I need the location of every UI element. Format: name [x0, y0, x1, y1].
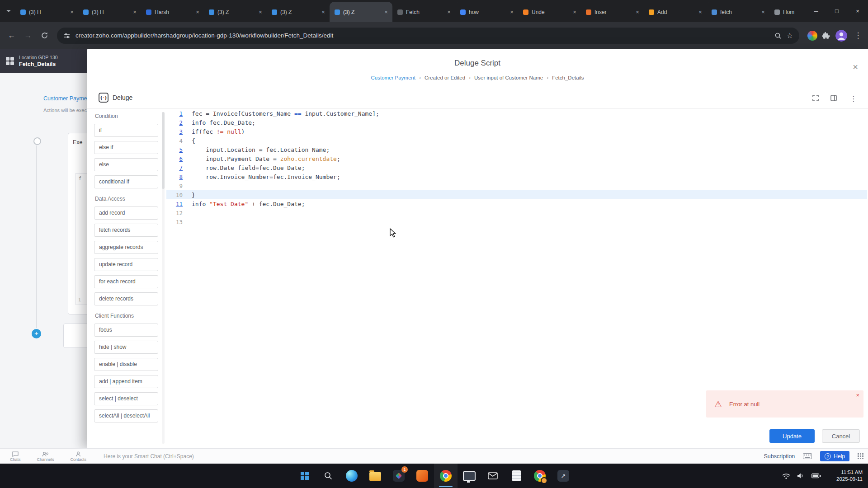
snippet-button[interactable]: update record: [94, 258, 158, 271]
browser-tab[interactable]: how×: [455, 2, 518, 22]
workflow-card-next[interactable]: [63, 324, 87, 348]
fullscreen-icon[interactable]: [812, 94, 819, 103]
battery-icon[interactable]: [811, 473, 821, 479]
line-number[interactable]: 6: [166, 155, 183, 162]
modal-close-icon[interactable]: ×: [853, 62, 858, 71]
extensions-icon[interactable]: [822, 32, 830, 40]
snippet-button[interactable]: for each record: [94, 275, 158, 288]
toast-close-icon[interactable]: ×: [856, 392, 859, 399]
window-maximize-button[interactable]: □: [826, 0, 847, 22]
update-button[interactable]: Update: [769, 429, 815, 443]
tab-search-chevron-icon[interactable]: [6, 10, 11, 14]
profile-avatar[interactable]: [835, 30, 847, 42]
line-number[interactable]: 2: [166, 119, 183, 126]
browser-tab[interactable]: (3) Z×: [267, 2, 330, 22]
tab-close-button[interactable]: ×: [445, 9, 453, 16]
code-line[interactable]: 11info "Test Date" + fec.Due_Date;: [166, 199, 867, 208]
browser-tab[interactable]: Add×: [644, 2, 707, 22]
editor-menu-icon[interactable]: ⋮: [848, 95, 859, 103]
workflow-card[interactable]: Exe f 1: [68, 133, 87, 314]
taskbar-chrome-icon[interactable]: [434, 464, 458, 488]
snippet-button[interactable]: add record: [94, 206, 158, 220]
snippet-button[interactable]: if: [94, 124, 158, 137]
taskbar-orange-app-icon[interactable]: [410, 464, 434, 488]
snippet-button[interactable]: add | append item: [94, 375, 158, 388]
line-number[interactable]: 5: [166, 146, 183, 153]
taskbar-game-icon[interactable]: 1: [387, 464, 410, 488]
tab-close-button[interactable]: ×: [760, 9, 767, 16]
cancel-button[interactable]: Cancel: [822, 429, 860, 443]
tab-close-button[interactable]: ×: [194, 9, 201, 16]
taskbar-edge-icon[interactable]: [340, 464, 363, 488]
theme-icon[interactable]: [807, 31, 817, 41]
tab-close-button[interactable]: ×: [697, 9, 704, 16]
breadcrumb-item[interactable]: User input of Customer Name: [474, 75, 543, 80]
chats-item[interactable]: Chats: [10, 451, 21, 462]
browser-tab[interactable]: Fetch×: [392, 2, 455, 22]
browser-tab[interactable]: Hom×: [769, 2, 796, 22]
code-line[interactable]: 9: [166, 181, 867, 190]
breadcrumb-item[interactable]: Fetch_Details: [552, 75, 584, 80]
tab-close-button[interactable]: ×: [571, 9, 578, 16]
zoom-icon[interactable]: [774, 32, 782, 39]
code-line[interactable]: 3if(fec != null): [166, 127, 867, 136]
browser-tab[interactable]: fetch×: [707, 2, 769, 22]
address-bar[interactable]: creator.zoho.com/appbuilder/harshadgroup…: [57, 28, 799, 44]
wifi-icon[interactable]: [782, 473, 790, 479]
snippet-button[interactable]: delete records: [94, 292, 158, 305]
workflow-node-radio[interactable]: [33, 137, 41, 145]
channels-item[interactable]: Channels: [37, 451, 54, 462]
snippet-button[interactable]: hide | show: [94, 341, 158, 354]
clock[interactable]: 11:51 AM 2025-09-11: [836, 469, 863, 483]
taskbar-chrome-profile-icon[interactable]: [528, 464, 552, 488]
code-line[interactable]: 12: [166, 208, 867, 217]
site-info-icon[interactable]: [63, 32, 71, 39]
browser-tab[interactable]: Harsh×: [141, 2, 204, 22]
tab-close-button[interactable]: ×: [257, 9, 264, 16]
line-number[interactable]: 1: [166, 110, 183, 117]
help-button[interactable]: ? Help: [820, 451, 849, 461]
start-button[interactable]: [293, 464, 316, 488]
taskbar-explorer-icon[interactable]: [363, 464, 387, 488]
browser-menu-icon[interactable]: ⋮: [853, 31, 863, 40]
snippet-button[interactable]: aggregate records: [94, 241, 158, 254]
code-line[interactable]: 4{: [166, 136, 867, 145]
snippet-button[interactable]: else if: [94, 141, 158, 154]
code-line[interactable]: 5 input.Location = fec.Location_Name;: [166, 145, 867, 154]
code-line[interactable]: 7 row.Date_field=fec.Due_Date;: [166, 163, 867, 172]
taskbar-notes-icon[interactable]: [505, 464, 528, 488]
snippet-button[interactable]: select | deselect: [94, 392, 158, 405]
breadcrumb-item[interactable]: Customer Payment: [371, 75, 415, 80]
keyboard-icon[interactable]: [803, 453, 812, 459]
browser-tab[interactable]: (3) Z×: [204, 2, 267, 22]
taskbar-search-icon[interactable]: [316, 464, 340, 488]
smart-chat-input[interactable]: Here is your Smart Chat (Ctrl+Space): [104, 453, 194, 460]
browser-tab[interactable]: (3) H×: [78, 2, 141, 22]
sidebar-scrollbar[interactable]: [162, 112, 165, 444]
tab-close-button[interactable]: ×: [131, 9, 138, 16]
taskbar-sync-app-icon[interactable]: ↗: [552, 464, 575, 488]
browser-tab[interactable]: Unde×: [518, 2, 581, 22]
add-action-button[interactable]: +: [32, 329, 41, 338]
snippet-button[interactable]: focus: [94, 324, 158, 337]
snippet-button[interactable]: else: [94, 158, 158, 171]
open-panel-icon[interactable]: [830, 94, 837, 103]
tab-close-button[interactable]: ×: [508, 9, 515, 16]
line-number[interactable]: 3: [166, 128, 183, 135]
snippet-button[interactable]: fetch records: [94, 224, 158, 237]
code-line[interactable]: 6 input.Payment_Date = zoho.currentdate;: [166, 154, 867, 163]
bookmark-star-icon[interactable]: ☆: [787, 31, 793, 40]
contacts-item[interactable]: Contacts: [71, 451, 87, 462]
tab-close-button[interactable]: ×: [382, 9, 390, 16]
code-line[interactable]: 10}: [166, 190, 867, 199]
line-number[interactable]: 11: [166, 201, 183, 207]
browser-tab[interactable]: Inser×: [581, 2, 644, 22]
customer-payment-link[interactable]: Customer Payment: [43, 95, 87, 102]
line-number[interactable]: 8: [166, 174, 183, 180]
back-icon[interactable]: ←: [5, 28, 19, 43]
snippet-button[interactable]: selectAll | deselectAll: [94, 409, 158, 422]
browser-tab[interactable]: (3) Z×: [330, 2, 392, 22]
snippet-button[interactable]: enable | disable: [94, 358, 158, 371]
tab-close-button[interactable]: ×: [68, 9, 75, 16]
reload-icon[interactable]: [37, 28, 52, 43]
